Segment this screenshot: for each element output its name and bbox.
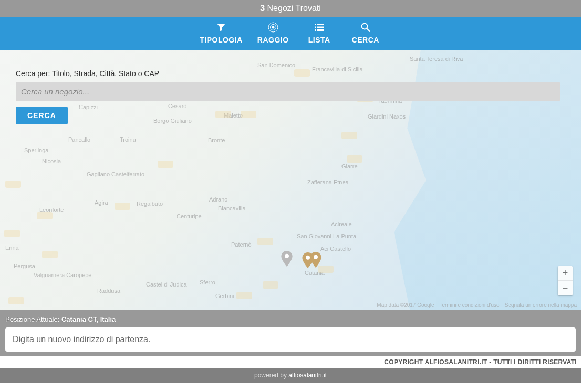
map-place-label: Adrano bbox=[209, 196, 227, 203]
nav-tipologia[interactable]: TIPOLOGIA bbox=[200, 22, 243, 44]
svg-rect-3 bbox=[315, 24, 316, 25]
zoom-out-button[interactable]: − bbox=[558, 281, 573, 295]
powered-by: powered by alfiosalanitri.it bbox=[0, 368, 581, 383]
svg-line-10 bbox=[367, 29, 370, 32]
list-icon bbox=[315, 22, 324, 33]
search-overlay: Cerca per: Titolo, Strada, Città, Stato … bbox=[16, 69, 560, 124]
address-input[interactable] bbox=[5, 327, 576, 352]
map-marker[interactable] bbox=[281, 251, 293, 267]
road-badge bbox=[5, 181, 21, 188]
road-badge bbox=[236, 292, 252, 299]
svg-rect-4 bbox=[317, 24, 324, 25]
map-credits: Map data ©2017 Google Termini e condizio… bbox=[377, 302, 577, 308]
road-badge bbox=[347, 155, 362, 163]
road-badge bbox=[4, 230, 20, 237]
map-place-label: Centuripe bbox=[177, 213, 202, 219]
svg-point-13 bbox=[314, 255, 318, 259]
map-place-label: Gerbini bbox=[215, 293, 234, 299]
svg-rect-6 bbox=[317, 27, 324, 28]
nav-label: LISTA bbox=[308, 36, 330, 44]
road-badge bbox=[158, 161, 173, 168]
map-place-label: Nicosia bbox=[42, 158, 61, 164]
map-report-link[interactable]: Segnala un errore nella mappa bbox=[505, 302, 577, 308]
nav-label: TIPOLOGIA bbox=[200, 36, 243, 44]
map-place-label: Sferro bbox=[200, 279, 215, 285]
search-button[interactable]: CERCA bbox=[16, 107, 68, 124]
map-place-label: Biancavilla bbox=[218, 205, 246, 211]
map-data-credit: Map data ©2017 Google bbox=[377, 302, 434, 308]
map-place-label: Castel di Judica bbox=[146, 281, 187, 288]
svg-rect-5 bbox=[315, 27, 316, 28]
map-place-label: Zafferana Etnea bbox=[307, 179, 349, 185]
map-place-label: Valguarnera Caropepe bbox=[34, 272, 91, 278]
target-icon bbox=[268, 22, 278, 33]
store-count: 3 bbox=[260, 4, 265, 13]
nav-label: CERCA bbox=[352, 36, 379, 44]
road-badge bbox=[263, 281, 278, 289]
road-badge bbox=[318, 266, 334, 273]
zoom-control: + − bbox=[558, 266, 573, 295]
nav-label: RAGGIO bbox=[257, 36, 289, 44]
map-place-label: Pancallo bbox=[68, 136, 90, 143]
svg-point-12 bbox=[306, 256, 310, 260]
map-place-label: Agira bbox=[95, 199, 108, 206]
map-place-label: Gagliano Castelferrato bbox=[87, 171, 144, 177]
bottom-bar: Posizione Attuale: Catania CT, Italia bbox=[0, 310, 581, 356]
road-badge bbox=[115, 203, 130, 210]
header-bar: 3 Negozi Trovati bbox=[0, 0, 581, 17]
road-badge bbox=[42, 251, 58, 258]
map-place-label: Bronte bbox=[208, 137, 225, 143]
map-place-label: Acireale bbox=[331, 221, 352, 227]
map-place-label: San Giovanni La Punta bbox=[297, 233, 356, 239]
road-badge bbox=[8, 297, 24, 304]
position-value: Catania CT, Italia bbox=[61, 315, 116, 323]
map-place-label: Raddusa bbox=[97, 288, 120, 294]
svg-rect-8 bbox=[317, 29, 324, 31]
nav-bar: TIPOLOGIA RAGGIO LISTA CERCA bbox=[0, 17, 581, 50]
map-place-label: Aci Castello bbox=[320, 246, 351, 252]
search-icon bbox=[361, 22, 370, 33]
map-place-label: Troina bbox=[120, 136, 136, 143]
powered-link[interactable]: alfiosalanitri.it bbox=[288, 372, 327, 379]
map-place-label: Paternò bbox=[231, 241, 252, 248]
zoom-in-button[interactable]: + bbox=[558, 266, 573, 281]
filter-icon bbox=[216, 22, 226, 33]
nav-raggio[interactable]: RAGGIO bbox=[257, 22, 289, 44]
store-count-label: Negozi Trovati bbox=[267, 4, 321, 13]
svg-point-11 bbox=[285, 254, 289, 258]
search-label: Cerca per: Titolo, Strada, Città, Stato … bbox=[16, 69, 560, 78]
map-place-label: Pergusa bbox=[14, 263, 35, 269]
search-input[interactable] bbox=[16, 82, 560, 101]
svg-point-2 bbox=[272, 26, 274, 29]
map-place-label: Giarre bbox=[341, 163, 358, 169]
powered-prefix: powered by bbox=[254, 372, 288, 379]
map-place-label: Regalbuto bbox=[137, 200, 163, 207]
road-badge bbox=[257, 238, 273, 245]
map-terms-link[interactable]: Termini e condizioni d'uso bbox=[439, 302, 499, 308]
position-label: Posizione Attuale: bbox=[5, 315, 59, 323]
map-marker[interactable] bbox=[302, 252, 314, 268]
road-badge bbox=[341, 132, 357, 139]
map-place-label: San Domenico bbox=[257, 62, 295, 68]
copyright-text: COPYRIGHT ALFIOSALANITRI.IT - TUTTI I DI… bbox=[0, 356, 581, 368]
map-canvas[interactable]: Santa Teresa di RivaTaorminaGiardini Nax… bbox=[0, 50, 581, 310]
nav-cerca[interactable]: CERCA bbox=[350, 22, 381, 44]
svg-rect-7 bbox=[315, 29, 316, 31]
current-position: Posizione Attuale: Catania CT, Italia bbox=[5, 315, 576, 323]
nav-lista[interactable]: LISTA bbox=[304, 22, 335, 44]
map-place-label: Enna bbox=[5, 245, 19, 251]
road-badge bbox=[37, 212, 53, 219]
map-place-label: Sperlinga bbox=[24, 147, 48, 153]
